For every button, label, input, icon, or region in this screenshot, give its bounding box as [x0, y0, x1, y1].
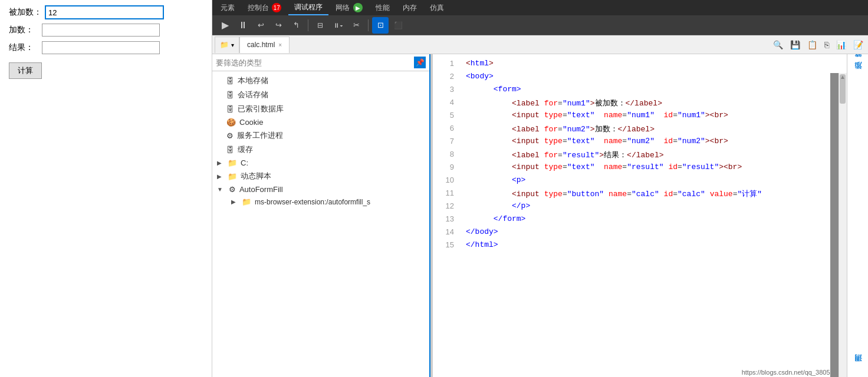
indexeddb-icon: 🗄: [226, 105, 234, 114]
folder-dropdown-icon: ▾: [231, 42, 234, 48]
line-content-2: <body>: [466, 72, 494, 81]
copy-btn[interactable]: 📋: [805, 39, 820, 51]
devtools-top-toolbar: 元素 控制台 17 调试程序 网络 ▶ 性能 内存 仿真: [212, 0, 868, 15]
input-augend[interactable]: [42, 24, 160, 37]
tab-memory[interactable]: 内存: [397, 1, 423, 15]
calc-button[interactable]: 计算: [9, 62, 42, 79]
far-right-panel: 监视 添加 调用: [847, 54, 868, 377]
line-num-5: 5: [438, 111, 454, 120]
session-storage-icon: 🗄: [226, 91, 234, 100]
code-line-11: 11 <input type="button" name="calc" id="…: [433, 188, 847, 201]
code-line-9: 9 <input type="text" name="result" id="r…: [433, 163, 847, 176]
notes-btn[interactable]: 📝: [851, 39, 866, 51]
line-content-3: <form>: [466, 85, 521, 94]
code-line-13: 13 </form>: [433, 214, 847, 227]
input-result[interactable]: [42, 41, 160, 54]
tree-item-session-storage[interactable]: 🗄 会话存储: [212, 88, 429, 102]
tree-item-ms-browser-extension[interactable]: ▶ 📁 ms-browser-extension:/autoformfill_s: [212, 196, 429, 208]
tab-emulation[interactable]: 仿真: [424, 1, 450, 15]
code-editor[interactable]: 1 <html> 2 <body> 3 <form> 4 <lab: [433, 54, 847, 377]
code-line-4: 4 <label for="num1">被加数：</label>: [433, 98, 847, 111]
tree-item-c-drive[interactable]: ▶ 📁 C:: [212, 157, 429, 169]
tree-item-service-worker[interactable]: ⚙ 服务工作进程: [212, 128, 429, 143]
code-line-12: 12 </p>: [433, 201, 847, 214]
line-num-1: 1: [438, 59, 454, 68]
line-num-10: 10: [438, 176, 454, 184]
line-num-9: 9: [438, 163, 454, 171]
line-content-11: <input type="button" name="calc" id="cal…: [466, 188, 762, 199]
network-badge: ▶: [353, 3, 363, 12]
monitor-label[interactable]: 监视: [853, 59, 863, 68]
tree-item-cache[interactable]: 🗄 缓存: [212, 143, 429, 157]
save-btn[interactable]: 💾: [788, 39, 803, 51]
c-drive-arrow: ▶: [217, 160, 222, 166]
ms-extension-label: ms-browser-extension:/autoformfill_s: [255, 198, 370, 206]
tab-elements[interactable]: 元素: [215, 1, 241, 15]
pin-button[interactable]: 📌: [414, 57, 426, 68]
tree-item-indexeddb[interactable]: 🗄 已索引数据库: [212, 102, 429, 116]
calc-button-row: 计算: [9, 59, 203, 79]
tab-label: calc.html: [247, 41, 275, 49]
line-content-15: </html>: [466, 240, 498, 249]
target-btn[interactable]: ⊡: [372, 17, 389, 34]
storage-panel: 📌 🗄 本地存储 🗄 会话存储 🗄 已索引数据库: [212, 54, 430, 377]
autoformfill-label: AutoFormFill: [239, 185, 283, 194]
play-button[interactable]: ▶: [217, 17, 234, 34]
scroll-up-arrow[interactable]: ▲: [840, 73, 846, 80]
cookie-icon: 🍪: [226, 118, 236, 127]
add-label[interactable]: 添加: [853, 71, 863, 80]
label-result: 结果：: [9, 42, 38, 53]
tab-close-btn[interactable]: ×: [278, 42, 282, 48]
search-in-file-btn[interactable]: 🔍: [771, 39, 785, 51]
label-addend: 被加数：: [9, 7, 42, 18]
tab-calc-html[interactable]: calc.html ×: [239, 37, 290, 53]
line-content-12: </p>: [466, 201, 530, 210]
code-scrollbar[interactable]: ▲: [839, 73, 847, 377]
tab-performance[interactable]: 性能: [370, 1, 396, 15]
chart-btn[interactable]: 📊: [834, 39, 849, 51]
code-line-6: 6 <label for="num2">加数：</label>: [433, 124, 847, 137]
tree-item-cookie[interactable]: 🍪 Cookie: [212, 116, 429, 128]
autoformfill-icon: ⚙: [229, 185, 236, 194]
invoke-label[interactable]: 调用: [853, 363, 863, 372]
line-num-2: 2: [438, 72, 454, 81]
stop-btn[interactable]: ⬛: [390, 17, 406, 34]
tree-item-autoformfill[interactable]: ▼ ⚙ AutoFormFill: [212, 183, 429, 196]
pause-button[interactable]: ⏸: [235, 17, 251, 34]
console-badge: 17: [272, 3, 281, 12]
line-content-1: <html>: [466, 59, 494, 68]
folder-button[interactable]: 📁 ▾: [215, 37, 239, 53]
tab-network[interactable]: 网络 ▶: [330, 1, 368, 15]
tree-item-local-storage[interactable]: 🗄 本地存储: [212, 74, 429, 88]
step-into-button[interactable]: ↪: [270, 17, 287, 34]
tab-debugger[interactable]: 调试程序: [288, 1, 328, 15]
line-content-9: <input type="text" name="result" id="res…: [466, 163, 742, 171]
line-num-4: 4: [438, 98, 454, 107]
tab-console[interactable]: 控制台 17: [242, 1, 287, 15]
service-worker-label: 服务工作进程: [237, 130, 283, 141]
local-storage-label: 本地存储: [238, 75, 268, 86]
devtools-action-toolbar: ▶ ⏸ ↩ ↪ ↰ ⊟ ⏸▾ ✂ ⊡ ⬛: [212, 15, 868, 35]
input-addend[interactable]: [45, 6, 163, 19]
devtools-tabbar: 📁 ▾ calc.html × 🔍 💾 📋 ⎘ 📊 📝: [212, 35, 868, 54]
step-over-button[interactable]: ↩: [252, 17, 269, 34]
step-out-button[interactable]: ↰: [288, 17, 304, 34]
cookie-label: Cookie: [239, 118, 263, 127]
storage-tree: 🗄 本地存储 🗄 会话存储 🗄 已索引数据库 🍪 Cookie: [212, 71, 429, 377]
dynamic-scripts-folder-icon: 📁: [228, 172, 237, 181]
autoformfill-arrow: ▼: [217, 186, 223, 193]
line-content-6: <label for="num2">加数：</label>: [466, 124, 655, 134]
line-num-6: 6: [438, 124, 454, 133]
cut-btn[interactable]: ✂: [348, 17, 364, 34]
wrap-btn[interactable]: ⎘: [822, 39, 831, 51]
line-content-5: <input type="text" name="num1" id="num1"…: [466, 111, 728, 120]
pause-exception-btn[interactable]: ⏸▾: [330, 17, 347, 34]
tree-item-dynamic-scripts[interactable]: ▶ 📁 动态脚本: [212, 169, 429, 183]
code-minimap-band: [830, 73, 839, 377]
storage-filter-input[interactable]: [216, 58, 412, 67]
cache-icon: 🗄: [226, 145, 234, 154]
separator-1: [308, 19, 308, 31]
line-content-13: </form>: [466, 214, 525, 223]
form-row-3: 结果：: [9, 41, 203, 54]
break-on-exception-button[interactable]: ⊟: [312, 17, 328, 34]
